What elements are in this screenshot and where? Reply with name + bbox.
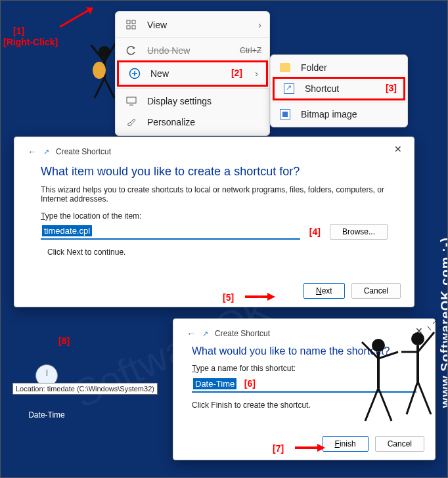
svg-rect-17 (127, 97, 136, 103)
submenu-item-folder[interactable]: Folder (271, 58, 407, 77)
desktop-context-menu: View › Undo New Ctrl+Z New [2] › Display… (115, 11, 270, 136)
shortcut-wizard-icon: ↗ (43, 148, 49, 156)
menu-item-view[interactable]: View › (116, 14, 269, 35)
chevron-right-icon: › (258, 20, 261, 30)
menu-label: Bitmap image (301, 109, 357, 120)
menu-label: Display settings (147, 96, 212, 106)
menu-accelerator: Ctrl+Z (240, 46, 261, 55)
menu-item-display-settings[interactable]: Display settings (116, 91, 269, 112)
name-input[interactable]: Date-Time [6] (192, 376, 416, 393)
submenu-item-shortcut[interactable]: Shortcut [3] (273, 77, 405, 100)
folder-icon (279, 63, 292, 72)
close-button[interactable]: ✕ (410, 323, 428, 339)
undo-icon (125, 45, 138, 56)
annotation-4: [4] (309, 227, 321, 237)
chevron-right-icon: › (255, 68, 258, 79)
grid-icon (125, 20, 138, 30)
svg-line-4 (91, 45, 104, 62)
menu-item-personalize[interactable]: Personalize (116, 112, 269, 133)
svg-point-2 (99, 46, 110, 58)
cancel-button[interactable]: Cancel (351, 283, 401, 299)
menu-label: New (150, 68, 169, 79)
menu-label: Undo New (147, 45, 190, 56)
annotation-2: [2] (231, 68, 242, 78)
browse-button[interactable]: Browse... (330, 224, 388, 240)
dialog-header: ← ↗ Create Shortcut (14, 137, 414, 160)
dialog-hint: Click Finish to create the shortcut. (192, 401, 416, 410)
annotation-1-sub: [Right-Click] (3, 37, 58, 47)
svg-line-6 (95, 78, 104, 98)
svg-rect-11 (127, 26, 130, 29)
input-selected-value: timedate.cpl (42, 225, 92, 236)
dialog-heading: What item would you like to create a sho… (14, 160, 414, 185)
cancel-button[interactable]: Cancel (375, 436, 424, 452)
annotation-3: [3] (386, 83, 397, 93)
close-button[interactable]: ✕ (389, 141, 407, 157)
location-input[interactable]: timedate.cpl (41, 223, 300, 240)
svg-rect-10 (132, 20, 135, 24)
name-label: Type a name for this shortcut: (192, 364, 416, 373)
back-button[interactable]: ← (28, 146, 37, 157)
svg-line-0 (60, 8, 93, 27)
brush-icon (125, 117, 138, 127)
desktop-icon-tooltip: Location: timedate (C:\Windows\System32) (12, 383, 158, 395)
menu-label: View (147, 20, 167, 30)
dialog-hint: Click Next to continue. (41, 248, 388, 257)
annotation-8: [8] (58, 336, 70, 346)
shortcut-icon (282, 83, 296, 94)
dialog-help-text: This wizard helps you to create shortcut… (41, 185, 388, 204)
new-submenu: Folder Shortcut [3] Bitmap image (270, 54, 408, 127)
arrow-annotation-1 (56, 4, 102, 30)
create-shortcut-wizard-step1: ✕ ← ↗ Create Shortcut What item would yo… (14, 137, 414, 307)
plus-circle-icon (128, 68, 141, 79)
dialog-header: ← ↗ Create Shortcut (173, 319, 435, 341)
next-button[interactable]: Next (303, 283, 345, 299)
watermark-text: www.SoftwareOK.com :-) (438, 237, 448, 408)
finish-button[interactable]: Finish (323, 436, 369, 452)
dialog-heading: What would you like to name the shortcut… (173, 341, 435, 362)
menu-label: Folder (301, 62, 327, 73)
menu-label: Shortcut (305, 83, 339, 94)
bitmap-icon (279, 109, 292, 120)
svg-point-8 (93, 62, 106, 79)
svg-rect-12 (132, 26, 135, 29)
svg-marker-1 (86, 7, 93, 14)
menu-separator (116, 88, 269, 89)
svg-rect-9 (127, 20, 130, 24)
monitor-icon (125, 96, 138, 106)
breadcrumb: Create Shortcut (215, 329, 270, 338)
menu-label: Personalize (147, 117, 195, 127)
menu-separator (116, 37, 269, 38)
svg-line-7 (104, 78, 114, 98)
annotation-6: [6] (244, 378, 256, 389)
shortcut-wizard-icon: ↗ (202, 330, 208, 338)
menu-item-new[interactable]: New [2] › (117, 60, 268, 87)
breadcrumb: Create Shortcut (56, 147, 111, 156)
annotation-1: [1] (13, 26, 24, 36)
back-button[interactable]: ← (187, 328, 196, 339)
menu-item-undo[interactable]: Undo New Ctrl+Z (116, 40, 269, 61)
svg-marker-13 (133, 47, 135, 49)
desktop-icon-label: Date-Time (20, 410, 73, 420)
create-shortcut-wizard-step2: ✕ ← ↗ Create Shortcut What would you lik… (173, 318, 436, 460)
menu-separator (271, 102, 407, 102)
input-selected-value: Date-Time (193, 378, 236, 389)
submenu-item-bitmap[interactable]: Bitmap image (271, 104, 407, 124)
location-label: Type the location of the item: (41, 211, 388, 221)
